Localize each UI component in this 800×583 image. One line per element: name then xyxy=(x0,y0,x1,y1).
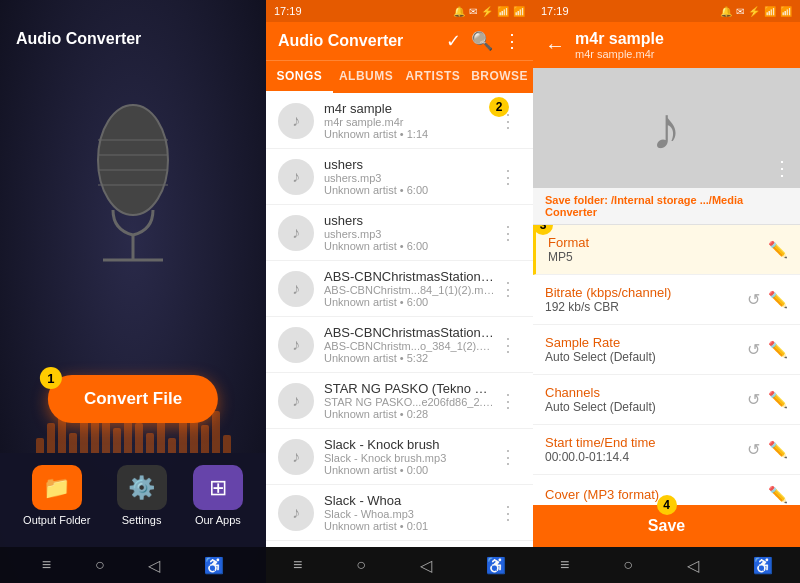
song-item-7[interactable]: ♪ Slack - Whoa Slack - Whoa.mp3 Unknown … xyxy=(266,485,533,541)
badge-1: 1 xyxy=(40,367,62,389)
edit-bitrate-icon[interactable]: ✏️ xyxy=(768,290,788,309)
song-icon-3: ♪ xyxy=(278,271,314,307)
song-meta-4: ABS-CBNChristm...o_384_1(2).mp3 Unknown … xyxy=(324,340,495,364)
page-subtitle-3: m4r sample.m4r xyxy=(575,48,788,60)
edit-channels-icon[interactable]: ✏️ xyxy=(768,390,788,409)
settings-icon-box: ⚙️ xyxy=(117,465,167,510)
setting-channels-value: Auto Select (Default) xyxy=(545,400,656,414)
nav-our-apps[interactable]: ⊞ Our Apps xyxy=(193,465,243,539)
save-button[interactable]: 4 Save xyxy=(533,505,800,547)
song-item-4[interactable]: ♪ ABS-CBNChristmasStationI... ABS-CBNChr… xyxy=(266,317,533,373)
song-icon-2: ♪ xyxy=(278,215,314,251)
reset-channels-icon[interactable]: ↺ xyxy=(747,390,760,409)
accessibility-icon-2: ♿ xyxy=(486,556,506,575)
setting-channels-label: Channels xyxy=(545,385,656,400)
setting-bitrate-actions: ↺ ✏️ xyxy=(747,290,788,309)
setting-channels-info: Channels Auto Select (Default) xyxy=(545,385,656,414)
reset-time-range-icon[interactable]: ↺ xyxy=(747,440,760,459)
song-icon-4: ♪ xyxy=(278,327,314,363)
output-folder-label: Output Folder xyxy=(23,514,90,526)
song-name-0: m4r sample xyxy=(324,101,495,116)
song-icon-1: ♪ xyxy=(278,159,314,195)
home-icon: ○ xyxy=(95,556,105,574)
art-more-icon[interactable]: ⋮ xyxy=(772,156,792,180)
edit-format-icon[interactable]: ✏️ xyxy=(768,240,788,259)
svg-point-0 xyxy=(98,105,168,215)
status-icons-2: 🔔✉⚡📶📶 xyxy=(453,6,525,17)
nav-icons-row: 📁 Output Folder ⚙️ Settings ⊞ Our Apps xyxy=(0,453,266,547)
back-icon: ◁ xyxy=(148,556,160,575)
song-more-1[interactable]: ⋮ xyxy=(495,166,521,188)
status-bar-3: 17:19 🔔✉⚡📶📶 xyxy=(533,0,800,22)
setting-sample-rate-actions: ↺ ✏️ xyxy=(747,340,788,359)
setting-cover-info: Cover (MP3 format) xyxy=(545,487,659,502)
badge-4: 4 xyxy=(657,495,677,515)
song-meta-1: ushers.mp3 Unknown artist • 6:00 xyxy=(324,172,495,196)
our-apps-label: Our Apps xyxy=(195,514,241,526)
song-more-3[interactable]: ⋮ xyxy=(495,278,521,300)
song-more-2[interactable]: ⋮ xyxy=(495,222,521,244)
song-more-7[interactable]: ⋮ xyxy=(495,502,521,524)
reset-bitrate-icon[interactable]: ↺ xyxy=(747,290,760,309)
page-title-3: m4r sample xyxy=(575,30,788,48)
setting-format-info: Format MP5 xyxy=(548,235,589,264)
edit-cover-icon[interactable]: ✏️ xyxy=(768,485,788,504)
badge-4-container: 4 xyxy=(657,495,677,515)
setting-bitrate-label: Bitrate (kbps/channel) xyxy=(545,285,671,300)
setting-time-range-info: Start time/End time 00:00.0-01:14.4 xyxy=(545,435,656,464)
song-more-6[interactable]: ⋮ xyxy=(495,446,521,468)
home-icon-3: ○ xyxy=(623,556,633,574)
song-name-2: ushers xyxy=(324,213,495,228)
song-name-1: ushers xyxy=(324,157,495,172)
song-item-5[interactable]: ♪ STAR NG PASKO (Tekno Rem... STAR NG PA… xyxy=(266,373,533,429)
title-block-3: m4r sample m4r sample.m4r xyxy=(575,30,788,60)
song-info-5: STAR NG PASKO (Tekno Rem... STAR NG PASK… xyxy=(324,381,495,420)
setting-sample-rate-value: Auto Select (Default) xyxy=(545,350,656,364)
tab-browse[interactable]: BROWSE xyxy=(466,61,533,93)
song-item-2[interactable]: ♪ ushers ushers.mp3 Unknown artist • 6:0… xyxy=(266,205,533,261)
song-item-0[interactable]: ♪ m4r sample m4r sample.m4r Unknown arti… xyxy=(266,93,533,149)
setting-bitrate: Bitrate (kbps/channel) 192 kb/s CBR ↺ ✏️ xyxy=(533,275,800,325)
song-name-5: STAR NG PASKO (Tekno Rem... xyxy=(324,381,495,396)
song-meta-3: ABS-CBNChristm...84_1(1)(2).mp3 Unknown … xyxy=(324,284,495,308)
nav-output-folder[interactable]: 📁 Output Folder xyxy=(23,465,90,539)
badge-3: 3 xyxy=(533,225,553,235)
song-meta-5: STAR NG PASKO...e206fd86_2.mp3 Unknown a… xyxy=(324,396,495,420)
song-info-3: ABS-CBNChristmasStationI... ABS-CBNChris… xyxy=(324,269,495,308)
system-bar-1: ≡ ○ ◁ ♿ xyxy=(0,547,266,583)
setting-time-range: Start time/End time 00:00.0-01:14.4 ↺ ✏️ xyxy=(533,425,800,475)
tab-songs[interactable]: SONGS xyxy=(266,61,333,93)
checklist-icon[interactable]: ✓ xyxy=(446,30,461,52)
setting-format-label: Format xyxy=(548,235,589,250)
menu-icon-2: ≡ xyxy=(293,556,302,574)
song-item-3[interactable]: ♪ ABS-CBNChristmasStationI... ABS-CBNChr… xyxy=(266,261,533,317)
more-vert-icon[interactable]: ⋮ xyxy=(503,30,521,52)
nav-settings[interactable]: ⚙️ Settings xyxy=(117,465,167,539)
song-icon-0: ♪ xyxy=(278,103,314,139)
back-button[interactable]: ← xyxy=(545,34,565,57)
edit-time-range-icon[interactable]: ✏️ xyxy=(768,440,788,459)
song-more-5[interactable]: ⋮ xyxy=(495,390,521,412)
app-title-text: Audio Converter xyxy=(16,30,141,47)
song-name-6: Slack - Knock brush xyxy=(324,437,495,452)
reset-sample-rate-icon[interactable]: ↺ xyxy=(747,340,760,359)
setting-cover-label: Cover (MP3 format) xyxy=(545,487,659,502)
toolbar-title-2: Audio Converter xyxy=(278,32,403,50)
accessibility-icon-3: ♿ xyxy=(753,556,773,575)
tab-albums[interactable]: ALBUMS xyxy=(333,61,400,93)
music-note-icon: ♪ xyxy=(652,94,682,163)
edit-sample-rate-icon[interactable]: ✏️ xyxy=(768,340,788,359)
song-item-1[interactable]: ♪ ushers ushers.mp3 Unknown artist • 6:0… xyxy=(266,149,533,205)
setting-channels: Channels Auto Select (Default) ↺ ✏️ xyxy=(533,375,800,425)
back-icon-2: ◁ xyxy=(420,556,432,575)
song-info-7: Slack - Whoa Slack - Whoa.mp3 Unknown ar… xyxy=(324,493,495,532)
setting-sample-rate-info: Sample Rate Auto Select (Default) xyxy=(545,335,656,364)
output-folder-icon-box: 📁 xyxy=(32,465,82,510)
song-item-6[interactable]: ♪ Slack - Knock brush Slack - Knock brus… xyxy=(266,429,533,485)
song-more-4[interactable]: ⋮ xyxy=(495,334,521,356)
song-name-3: ABS-CBNChristmasStationI... xyxy=(324,269,495,284)
search-icon[interactable]: 🔍 xyxy=(471,30,493,52)
convert-file-button[interactable]: 1 Convert File xyxy=(48,375,218,423)
setting-bitrate-value: 192 kb/s CBR xyxy=(545,300,671,314)
tab-artists[interactable]: ARTISTS xyxy=(400,61,467,93)
